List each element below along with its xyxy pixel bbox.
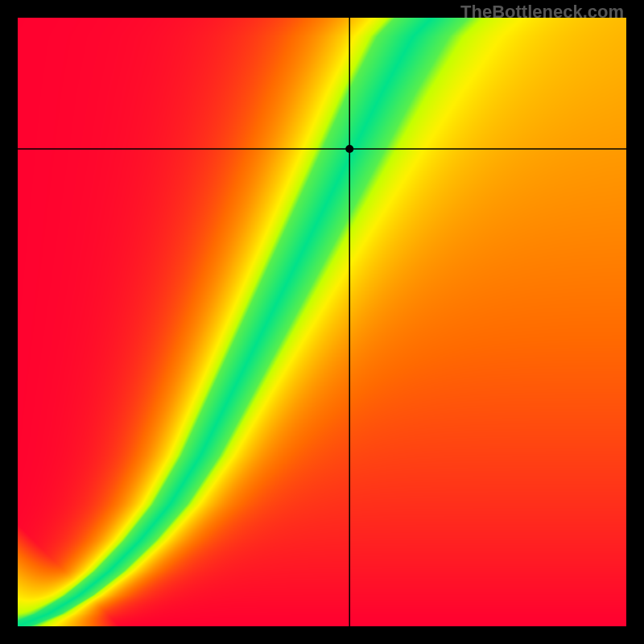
bottleneck-heatmap: [0, 0, 644, 644]
chart-container: TheBottleneck.com: [0, 0, 644, 644]
watermark-text: TheBottleneck.com: [460, 2, 624, 23]
